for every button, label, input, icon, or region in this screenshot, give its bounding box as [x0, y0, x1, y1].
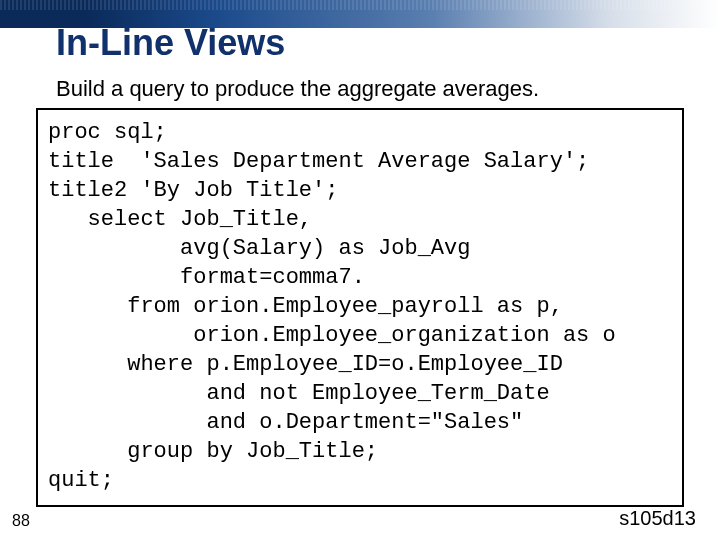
slide-title: In-Line Views: [56, 22, 285, 64]
page-number: 88: [12, 512, 30, 530]
code-block: proc sql; title 'Sales Department Averag…: [36, 108, 684, 507]
slide: In-Line Views Build a query to produce t…: [0, 0, 720, 540]
footer-code: s105d13: [619, 507, 696, 530]
slide-subtitle: Build a query to produce the aggregate a…: [56, 76, 539, 102]
